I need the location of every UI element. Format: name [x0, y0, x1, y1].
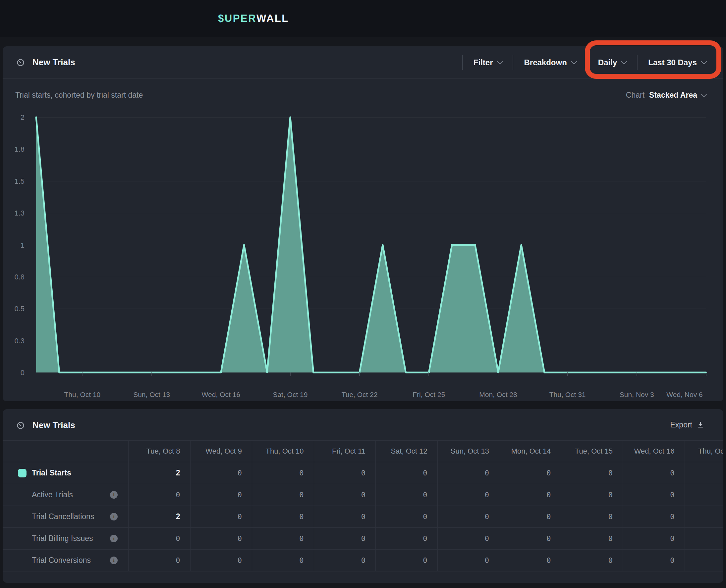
date-range-label: Last 30 Days	[648, 58, 697, 67]
table-row: Trial Cancellationsi2000000000	[3, 506, 723, 528]
table-header-row: Tue, Oct 8Wed, Oct 9Thu, Oct 10Fri, Oct …	[3, 440, 723, 462]
cell-value: 0	[423, 534, 427, 543]
table-cell: 0	[437, 528, 499, 549]
chart-plot-area[interactable]	[36, 117, 706, 373]
row-label: Trial Billing Issues	[32, 534, 93, 543]
cell-value: 0	[485, 512, 489, 521]
table-cell: 0	[437, 550, 499, 571]
cell-value: 0	[670, 556, 674, 565]
table-header-cell: Tue, Oct 8	[128, 440, 190, 462]
cell-value: 0	[176, 534, 180, 543]
superwall-logo: $UPERWALL	[218, 0, 289, 37]
info-icon[interactable]: i	[110, 513, 118, 521]
chevron-down-icon	[621, 58, 627, 64]
row-label: Trial Conversions	[32, 556, 91, 565]
cell-value: 0	[485, 556, 489, 565]
y-tick-label: 0.8	[3, 273, 24, 281]
timer-icon	[16, 58, 25, 67]
date-range-dropdown[interactable]: Last 30 Days	[648, 58, 706, 67]
x-tick-label: Sun, Nov 3	[620, 391, 654, 399]
table-cell: 0	[561, 484, 623, 506]
table-cell: 0	[623, 550, 685, 571]
table-cell: 0	[190, 462, 252, 484]
table-cell: 0	[437, 484, 499, 506]
chart-panel-title: New Trials	[33, 57, 75, 67]
separator	[637, 55, 638, 70]
timer-icon	[16, 421, 25, 430]
cell-value: 0	[299, 534, 304, 543]
granularity-label: Daily	[598, 58, 617, 67]
chevron-down-icon	[571, 58, 577, 64]
x-tick	[706, 373, 706, 376]
granularity-dropdown[interactable]: Daily	[598, 58, 626, 67]
table-row: Trial Billing Issuesi0000000000	[3, 528, 723, 550]
y-tick-label: 0	[3, 369, 24, 377]
breakdown-label: Breakdown	[524, 58, 567, 67]
cell-value: 0	[546, 512, 551, 521]
filter-dropdown[interactable]: Filter	[473, 58, 502, 67]
info-icon[interactable]: i	[110, 556, 118, 564]
x-tick	[498, 373, 498, 376]
table-cell: 0	[376, 506, 437, 527]
cell-value: 0	[485, 534, 489, 543]
table-cell: 0	[128, 484, 190, 506]
chart-type-value: Stacked Area	[649, 91, 697, 100]
table-cell: 0	[314, 550, 376, 571]
x-tick-label: Thu, Oct 31	[549, 391, 586, 399]
table-cell: 0	[499, 528, 561, 549]
cell-value: 0	[423, 512, 427, 521]
table-cell: 0	[376, 462, 437, 484]
export-button[interactable]: Export	[668, 409, 706, 440]
cell-value: 0	[361, 512, 365, 521]
row-label: Trial Cancellations	[32, 512, 94, 521]
row-label: Trial Starts	[32, 468, 71, 478]
x-tick	[221, 373, 221, 376]
chart-type-label: Chart	[626, 91, 645, 100]
cell-value: 0	[485, 491, 489, 499]
info-icon[interactable]: i	[110, 535, 118, 542]
table-cell: 0	[561, 528, 623, 549]
breakdown-dropdown[interactable]: Breakdown	[524, 58, 576, 67]
y-tick-label: 1.8	[3, 145, 24, 154]
cell-value: 0	[485, 469, 489, 477]
cell-value: 0	[608, 469, 613, 477]
table-cell: 0	[314, 528, 376, 549]
info-icon[interactable]: i	[110, 491, 118, 499]
x-tick-label: Wed, Oct 16	[202, 391, 240, 399]
table-cell: 0	[499, 484, 561, 506]
table-header-cell: Fri, Oct 11	[314, 440, 376, 462]
cell-value: 0	[299, 556, 304, 565]
table-cell: 0	[190, 528, 252, 549]
x-axis-labels: Thu, Oct 10Sun, Oct 13Wed, Oct 16Sat, Oc…	[36, 391, 706, 401]
cell-value: 0	[299, 491, 304, 499]
cell-value: 0	[423, 469, 427, 477]
export-label: Export	[670, 420, 692, 429]
table-cell: 0	[561, 506, 623, 527]
table-cell: 0	[376, 484, 437, 506]
cell-value: 0	[546, 469, 551, 477]
chart-type-selector[interactable]: Chart Stacked Area	[626, 91, 706, 100]
logo-accent-text: $UPER	[218, 13, 257, 24]
table-header-cell: Wed, Oct 9	[190, 440, 252, 462]
cell-value: 0	[546, 491, 551, 499]
cell-value: 0	[361, 534, 365, 543]
x-tick-label: Sat, Oct 19	[273, 391, 307, 399]
row-label-cell: Trial Billing Issuesi	[3, 528, 128, 549]
table-header-cell: Wed, Oct 16	[623, 440, 685, 462]
x-tick-label: Mon, Oct 28	[479, 391, 517, 399]
logo-text: WALL	[257, 13, 289, 24]
y-tick-label: 1	[3, 241, 24, 250]
y-tick-label: 2	[3, 113, 24, 122]
table-cell: 0	[128, 528, 190, 549]
cell-value: 0	[670, 469, 674, 477]
table-cell: 0	[623, 506, 685, 527]
cell-value: 0	[361, 556, 365, 565]
table-cell: 0	[190, 484, 252, 506]
y-tick-label: 1.5	[3, 177, 24, 186]
table-header-cell: Sat, Oct 12	[376, 440, 437, 462]
cell-value: 0	[546, 534, 551, 543]
table-header-cell: Tue, Oct 15	[561, 440, 623, 462]
cell-value: 0	[670, 491, 674, 499]
cell-value: 0	[608, 512, 613, 521]
row-label-cell: Trial Conversionsi	[3, 550, 128, 571]
